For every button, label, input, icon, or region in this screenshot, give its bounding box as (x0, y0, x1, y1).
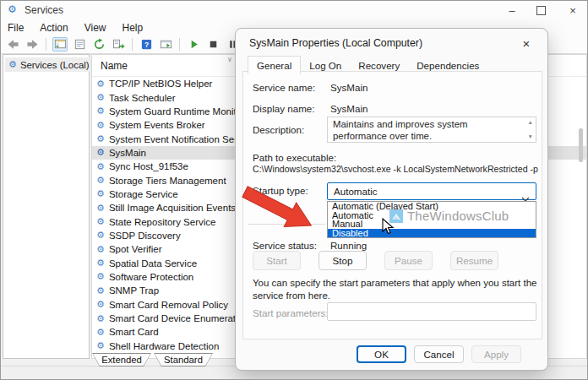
service-name-value: SysMain (330, 82, 368, 93)
service-name-text: SNMP Trap (109, 285, 159, 296)
startup-type-combobox[interactable]: Automatic (327, 182, 536, 200)
service-gear-icon: ⚙ (96, 285, 105, 296)
tab-general[interactable]: General (248, 56, 301, 74)
stop-button[interactable]: Stop (318, 251, 367, 270)
dialog-footer-buttons: OKCancelApply (357, 345, 521, 363)
view-tab-extended[interactable]: Extended (92, 353, 151, 366)
service-name-text: Smart Card Removal Policy (109, 300, 228, 310)
service-gear-icon: ⚙ (96, 120, 105, 131)
service-name-text: Spatial Data Service (109, 258, 197, 269)
service-gear-icon: ⚙ (96, 203, 105, 214)
export-list-icon[interactable] (111, 37, 126, 52)
startup-option-disabled[interactable]: Disabled (328, 229, 536, 238)
service-gear-icon: ⚙ (96, 79, 105, 90)
column-header-name[interactable]: Name (101, 60, 128, 72)
forward-arrow-icon[interactable] (24, 37, 40, 52)
refresh-icon[interactable] (91, 37, 106, 52)
watermark-text: TheWindowsClub (407, 209, 509, 223)
stop-service-icon[interactable] (205, 37, 220, 52)
service-name-text: Smart Card Device Enumeration (109, 313, 249, 323)
sort-indicator-icon: ∨ (227, 56, 232, 63)
sysmain-properties-dialog: SysMain Properties (Local Computer) × Ge… (235, 28, 548, 371)
start-service-icon[interactable] (186, 37, 201, 52)
tab-log-on[interactable]: Log On (301, 57, 350, 74)
scroll-up-icon[interactable]: ▲ (528, 119, 533, 126)
startup-type-value: Automatic (334, 186, 378, 197)
resume-button[interactable]: Resume (450, 251, 498, 270)
pause-button[interactable]: Pause (384, 251, 433, 270)
start-params-input[interactable] (327, 302, 536, 321)
watermark: TheWindowsClub (389, 209, 509, 223)
view-tab-standard[interactable]: Standard (154, 353, 213, 366)
window-title: Services (24, 4, 63, 16)
services-window: ⚙ Services – × FileActionViewHelp ? ⚙ Se… (0, 0, 588, 380)
service-gear-icon: ⚙ (96, 147, 105, 158)
menu-item-file[interactable]: File (8, 22, 24, 34)
cancel-button[interactable]: Cancel (414, 345, 464, 363)
view-tabs: ExtendedStandard (92, 353, 213, 366)
service-name-text: Storage Tiers Management (109, 176, 226, 186)
service-gear-icon: ⚙ (96, 133, 105, 144)
view-tab-label: Standard (155, 354, 212, 366)
service-control-buttons: StartStopPauseResume (253, 251, 498, 270)
service-name-text: System Event Notification Servic (109, 134, 249, 144)
service-name-label: Service name: (253, 82, 315, 93)
windowsclub-logo-icon (389, 209, 403, 223)
service-gear-icon: ⚙ (96, 106, 105, 117)
description-text: Maintains and improves system performanc… (333, 119, 468, 141)
service-gear-icon: ⚙ (96, 175, 105, 186)
dialog-tabs: GeneralLog OnRecoveryDependencies (248, 57, 487, 74)
tree-item-label: Services (Local) (20, 60, 90, 70)
title-bar: ⚙ Services – × (1, 1, 587, 19)
service-gear-icon: ⚙ (96, 230, 105, 241)
apply-button[interactable]: Apply (471, 345, 521, 363)
tab-recovery[interactable]: Recovery (350, 57, 408, 74)
services-gear-icon: ⚙ (8, 3, 17, 15)
service-gear-icon: ⚙ (96, 258, 105, 269)
view-tab-label: Extended (93, 354, 150, 366)
service-gear-icon: ⚙ (96, 313, 105, 324)
service-status-value: Running (330, 240, 367, 251)
start-button[interactable]: Start (253, 251, 301, 270)
service-name-text: System Events Broker (109, 120, 205, 130)
menu-item-view[interactable]: View (84, 22, 106, 34)
description-box[interactable]: Maintains and improves system performanc… (327, 117, 536, 143)
service-name-text: System Guard Runtime Monitor (109, 106, 245, 117)
show-window-icon[interactable] (158, 37, 173, 52)
service-gear-icon: ⚙ (96, 271, 105, 282)
menu-item-help[interactable]: Help (122, 22, 144, 34)
service-name-text: State Repository Service (109, 217, 216, 227)
list-scrollbar-thumb[interactable] (579, 128, 583, 162)
tree-item-services-local[interactable]: ⚙ Services (Local) (5, 57, 93, 72)
help-icon[interactable]: ? (139, 37, 154, 52)
show-console-tree-icon[interactable] (52, 37, 68, 52)
path-label: Path to executable: (253, 152, 336, 163)
service-gear-icon: ⚙ (96, 188, 105, 199)
startup-type-label: Startup type: (253, 185, 308, 196)
service-name-text: Still Image Acquisition Events (109, 203, 236, 213)
ok-button[interactable]: OK (357, 345, 406, 363)
menu-item-action[interactable]: Action (40, 22, 68, 34)
toolbar-separator (179, 38, 180, 51)
back-arrow-icon[interactable] (5, 37, 20, 52)
service-name-text: Shell Hardware Detection (109, 341, 219, 351)
start-params-note: You can specify the start parameters tha… (253, 277, 540, 302)
properties-icon[interactable] (72, 37, 87, 52)
service-name-text: Sync Host_91f53e (109, 161, 188, 171)
group-separator (248, 224, 325, 225)
display-name-value: SysMain (330, 103, 368, 114)
service-name-text: Task Scheduler (109, 93, 176, 103)
service-status-label: Service status: (253, 240, 317, 251)
close-button[interactable]: × (557, 1, 588, 19)
maximize-button[interactable] (526, 1, 555, 19)
scroll-down-icon[interactable]: ▼ (528, 133, 533, 140)
service-gear-icon: ⚙ (96, 92, 105, 103)
tab-dependencies[interactable]: Dependencies (408, 57, 487, 74)
toolbar-separator (132, 38, 133, 51)
minimize-button[interactable]: – (498, 1, 526, 19)
dialog-close-button[interactable]: × (514, 33, 539, 53)
service-gear-icon: ⚙ (8, 59, 17, 70)
service-gear-icon: ⚙ (96, 161, 105, 172)
console-tree-panel: ⚙ Services (Local) (3, 54, 90, 359)
service-gear-icon: ⚙ (96, 299, 105, 310)
